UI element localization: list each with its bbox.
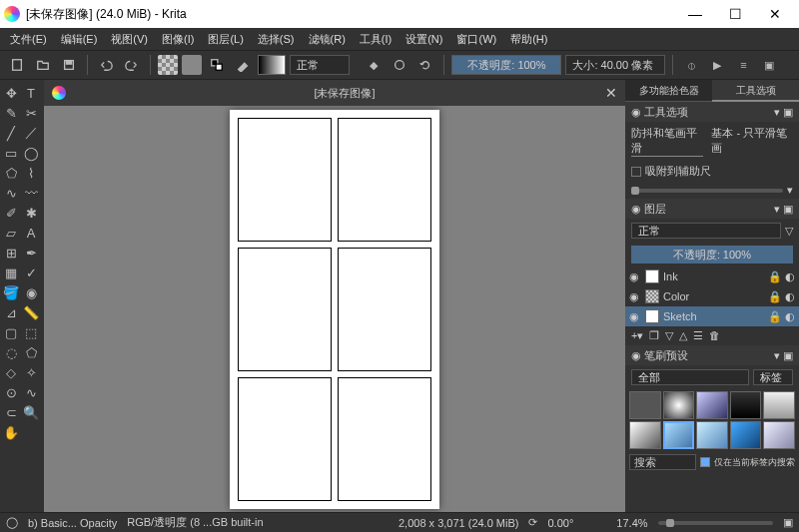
canvas-viewport[interactable]	[44, 106, 625, 512]
transform-tool[interactable]: ✥	[2, 84, 20, 102]
move-tool[interactable]: T	[22, 84, 40, 102]
move-layer-down-button[interactable]: ▽	[665, 329, 673, 342]
save-file-button[interactable]	[58, 54, 80, 76]
ellipse-tool[interactable]: ◯	[22, 144, 40, 162]
eraser-mode-button[interactable]: ◆	[363, 54, 385, 76]
alpha-icon[interactable]: ◐	[785, 310, 795, 323]
lock-icon[interactable]: 🔒	[768, 290, 782, 303]
menu-tools[interactable]: 工具(I)	[354, 30, 398, 49]
status-zoom[interactable]: 17.4%	[616, 517, 647, 529]
selection-mode-icon[interactable]: ◯	[6, 516, 18, 529]
preset-search-input[interactable]: 搜索	[629, 454, 696, 470]
measure-tool[interactable]: 📏	[22, 303, 40, 321]
color-swap-icon[interactable]	[206, 54, 228, 76]
close-button[interactable]: ✕	[755, 0, 795, 28]
layer-properties-button[interactable]: ☰	[693, 329, 703, 342]
zoom-fit-button[interactable]: ▣	[783, 516, 793, 529]
multibrush-tool[interactable]: ✱	[22, 204, 40, 222]
menu-file[interactable]: 文件(E)	[4, 30, 53, 49]
layer-visible-icon[interactable]: ◉	[629, 310, 641, 323]
color-picker-tool[interactable]: ✓	[22, 264, 40, 281]
blend-mode-select[interactable]: 正常	[290, 55, 350, 75]
lock-icon[interactable]: 🔒	[768, 310, 782, 323]
edit-shapes-tool[interactable]: ▱	[2, 224, 20, 242]
menu-edit[interactable]: 编辑(E)	[55, 30, 104, 49]
brush-preset-button[interactable]	[232, 54, 254, 76]
open-file-button[interactable]	[32, 54, 54, 76]
docker-menu-button[interactable]: ▾ ▣	[774, 106, 793, 119]
duplicate-layer-button[interactable]: ❐	[649, 329, 659, 342]
layer-visible-icon[interactable]: ◉	[629, 270, 641, 283]
menu-image[interactable]: 图像(I)	[156, 30, 200, 49]
free-transform-tool[interactable]: ✎	[2, 104, 20, 122]
layer-row[interactable]: ◉ Ink 🔒◐	[625, 266, 799, 286]
layer-visible-icon[interactable]: ◉	[629, 290, 641, 303]
stabilizer-subtab[interactable]: 防抖和笔画平滑	[631, 126, 703, 157]
ellipse-select-tool[interactable]: ◌	[2, 343, 20, 361]
move-layer-up-button[interactable]: △	[679, 329, 687, 342]
magnetic-select-tool[interactable]: ⊂	[2, 403, 20, 421]
zoom-tool[interactable]: 🔍	[22, 403, 40, 421]
filter-icon[interactable]: ▽	[785, 225, 793, 238]
menu-select[interactable]: 选择(S)	[252, 30, 301, 49]
document-close-button[interactable]: ✕	[605, 85, 617, 101]
pattern-edit-tool[interactable]: ⊞	[2, 244, 20, 262]
bezier-tool[interactable]: ∿	[2, 184, 20, 202]
document-tab[interactable]: [未保存图像] ✕	[44, 80, 625, 106]
brush-preset[interactable]	[629, 421, 661, 449]
crop-tool[interactable]: ✂	[22, 104, 40, 122]
add-layer-button[interactable]: +▾	[631, 329, 643, 342]
assist-slider[interactable]	[631, 189, 783, 193]
fill-tool[interactable]: 🪣	[2, 283, 20, 301]
brush-preset[interactable]	[696, 421, 728, 449]
bezier-select-tool[interactable]: ∿	[22, 383, 40, 401]
mirror-horizontal-button[interactable]: ⦶	[680, 54, 702, 76]
pan-tool[interactable]: ✋	[2, 423, 20, 441]
gradient-tool[interactable]: ▦	[2, 264, 20, 281]
zoom-slider[interactable]	[658, 521, 773, 525]
wrap-mode-button[interactable]: ≡	[732, 54, 754, 76]
menu-help[interactable]: 帮助(H)	[504, 30, 553, 49]
slider-menu-icon[interactable]: ▾	[787, 184, 793, 197]
basic-subtab[interactable]: 基本 - 只平滑笔画	[711, 126, 793, 157]
layer-blend-select[interactable]: 正常	[631, 223, 781, 239]
colorpicker-tab[interactable]: 多功能拾色器	[625, 80, 712, 102]
brush-preset[interactable]	[663, 421, 695, 449]
preset-tags-select[interactable]: 标签	[753, 369, 793, 385]
docker-menu-button[interactable]: ▾ ▣	[774, 349, 793, 362]
contiguous-select-tool[interactable]: ✧	[22, 363, 40, 381]
redo-button[interactable]	[121, 54, 143, 76]
menu-filter[interactable]: 滤镜(R)	[303, 30, 352, 49]
maximize-button[interactable]: ☐	[715, 0, 755, 28]
brush-tool[interactable]: ╱	[2, 124, 20, 142]
layer-row[interactable]: ◉ Sketch 🔒◐	[625, 306, 799, 326]
undo-button[interactable]	[95, 54, 117, 76]
reload-preset-button[interactable]	[414, 54, 436, 76]
mirror-vertical-button[interactable]: ▶	[706, 54, 728, 76]
line-tool[interactable]: ／	[22, 124, 40, 142]
dynamic-brush-tool[interactable]: ✐	[2, 204, 20, 222]
rotation-icon[interactable]: ⟳	[528, 516, 537, 529]
gradient-swatch[interactable]	[258, 55, 286, 75]
alpha-icon[interactable]: ◐	[785, 290, 795, 303]
pattern-swatch[interactable]	[158, 55, 178, 75]
freehand-path-tool[interactable]: 〰	[22, 184, 40, 202]
minimize-button[interactable]: —	[675, 0, 715, 28]
delete-layer-button[interactable]: 🗑	[709, 329, 720, 342]
rectangle-tool[interactable]: ▭	[2, 144, 20, 162]
menu-layer[interactable]: 图层(L)	[202, 30, 249, 49]
menu-view[interactable]: 视图(V)	[105, 30, 154, 49]
tooloptions-tab[interactable]: 工具选项	[712, 80, 799, 102]
free-select-tool[interactable]: ◇	[2, 363, 20, 381]
brush-preset[interactable]	[696, 391, 728, 419]
new-file-button[interactable]	[6, 54, 28, 76]
brush-preset[interactable]	[730, 421, 762, 449]
calligraphy-tool[interactable]: ✒	[22, 244, 40, 262]
menu-settings[interactable]: 设置(N)	[400, 30, 448, 49]
menu-window[interactable]: 窗口(W)	[450, 30, 502, 49]
lock-icon[interactable]: 🔒	[768, 270, 782, 283]
docker-menu-button[interactable]: ▾ ▣	[774, 203, 793, 216]
assistant-tool[interactable]: ⊿	[2, 303, 20, 321]
alpha-lock-button[interactable]	[389, 54, 410, 76]
similar-select-tool[interactable]: ⊙	[2, 383, 20, 401]
